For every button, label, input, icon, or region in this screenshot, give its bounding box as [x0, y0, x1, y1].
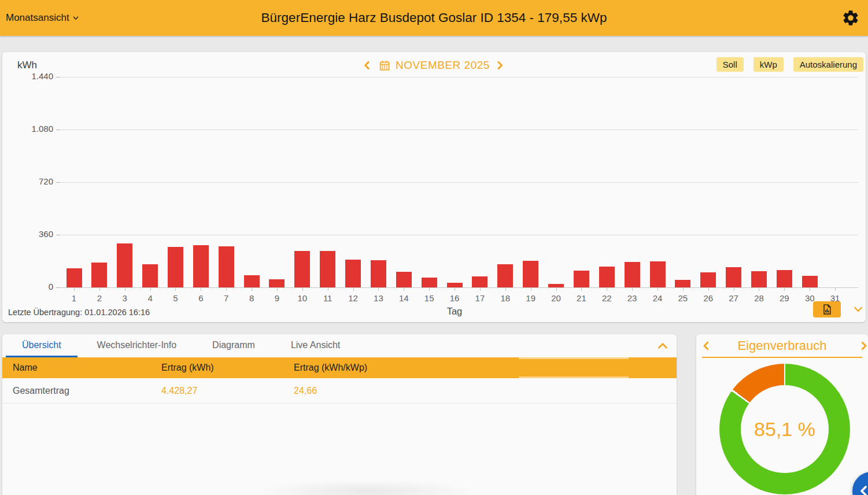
chevron-right-icon — [859, 339, 868, 352]
header-underline — [702, 357, 862, 358]
bar-day-8[interactable] — [244, 275, 260, 287]
bar-day-10[interactable] — [294, 251, 310, 287]
tab-diagramm[interactable]: Diagramm — [196, 334, 271, 357]
y-tick-label: 720 — [14, 176, 53, 186]
x-tick-label: 10 — [292, 293, 313, 303]
soll-button[interactable]: Soll — [716, 57, 744, 72]
y-tick-label: 1.080 — [14, 124, 53, 134]
y-axis-unit-label: kWh — [17, 60, 37, 71]
bar-day-9[interactable] — [269, 279, 285, 287]
x-tick-label: 9 — [267, 293, 287, 303]
topbar: Monatsansicht BürgerEnergie Harz Busdepo… — [0, 0, 868, 36]
next-month-button[interactable] — [495, 59, 507, 72]
bar-day-4[interactable] — [142, 264, 158, 287]
y-tick — [56, 130, 60, 130]
x-tick-label: 2 — [89, 293, 110, 303]
row-ertrag-kwh: 4.428,27 — [161, 378, 197, 403]
bar-day-11[interactable] — [320, 251, 335, 287]
bar-day-18[interactable] — [497, 264, 513, 287]
gridline — [60, 130, 858, 130]
tab-uebersicht[interactable]: Übersicht — [6, 334, 77, 357]
y-tick — [56, 235, 60, 235]
x-tick — [201, 287, 201, 291]
x-tick-label: 26 — [698, 293, 719, 303]
chevron-left-icon — [857, 484, 868, 495]
view-mode-label: Monatsansicht — [6, 12, 69, 24]
x-tick-label: 1 — [64, 293, 84, 303]
bar-day-26[interactable] — [700, 272, 716, 287]
x-tick-label: 20 — [546, 293, 567, 303]
y-tick-label: 1.440 — [14, 71, 53, 81]
previous-month-button[interactable] — [361, 59, 373, 72]
export-button[interactable] — [813, 301, 841, 317]
eigenverbrauch-title: Eigenverbrauch — [696, 334, 868, 357]
x-tick-label: 29 — [774, 293, 795, 303]
x-tick-label: 27 — [723, 293, 744, 303]
calendar-icon — [378, 60, 390, 72]
x-tick — [99, 287, 100, 291]
bar-day-13[interactable] — [371, 260, 386, 287]
tab-live-ansicht[interactable]: Live Ansicht — [275, 334, 356, 357]
export-file-icon — [821, 304, 833, 315]
bar-day-16[interactable] — [447, 283, 463, 287]
bar-day-14[interactable] — [396, 272, 412, 287]
collapse-chart-button[interactable] — [852, 304, 865, 315]
collapse-panel-button[interactable] — [656, 339, 670, 352]
donut-center: 85,1 % — [741, 385, 829, 473]
bar-day-2[interactable] — [91, 263, 107, 287]
x-tick — [455, 287, 455, 291]
x-tick — [531, 287, 531, 291]
page-title: BürgerEnergie Harz Busdepot Goslar ID 13… — [0, 10, 868, 25]
bar-day-29[interactable] — [777, 270, 792, 287]
bar-day-24[interactable] — [650, 261, 666, 287]
chart-toolbar: Soll kWp Autoskalierung — [716, 57, 863, 72]
panel-previous-button[interactable] — [701, 339, 712, 352]
bar-day-17[interactable] — [472, 276, 487, 287]
x-tick-label: 16 — [444, 293, 465, 303]
bar-day-15[interactable] — [422, 278, 437, 287]
x-tick-label: 23 — [622, 293, 642, 303]
bar-day-22[interactable] — [599, 267, 615, 287]
tab-wechselrichter-info[interactable]: Wechselrichter-Info — [81, 334, 193, 357]
gridline — [60, 182, 858, 183]
x-tick-label: 19 — [520, 293, 541, 303]
y-tick — [56, 287, 60, 288]
view-mode-selector[interactable]: Monatsansicht — [6, 12, 80, 24]
bar-day-28[interactable] — [751, 271, 767, 287]
x-tick-label: 5 — [165, 293, 186, 303]
row-ertrag-kwh-kwp: 24,66 — [294, 378, 317, 403]
bar-day-23[interactable] — [625, 262, 640, 287]
y-tick — [56, 182, 60, 183]
x-tick — [759, 287, 759, 291]
x-tick — [632, 287, 633, 291]
settings-button[interactable] — [840, 8, 861, 28]
bar-day-20[interactable] — [548, 284, 564, 287]
last-transmission-text: Letzte Übertragung: 01.01.2026 16:16 — [8, 308, 150, 317]
bar-day-12[interactable] — [345, 260, 361, 287]
bar-day-3[interactable] — [117, 243, 132, 287]
column-header-name: Name — [13, 357, 38, 378]
kwp-button[interactable]: kWp — [754, 57, 784, 72]
gridline — [60, 235, 858, 235]
bar-day-19[interactable] — [523, 261, 538, 287]
bar-day-1[interactable] — [67, 268, 82, 287]
current-month-label[interactable]: NOVEMBER 2025 — [396, 59, 490, 72]
table-row: Gesamtertrag 4.428,27 24,66 — [2, 378, 677, 404]
x-tick — [429, 287, 430, 291]
panel-next-button[interactable] — [859, 339, 868, 352]
bar-day-27[interactable] — [726, 267, 741, 287]
x-tick — [226, 287, 227, 291]
bar-day-30[interactable] — [802, 276, 818, 287]
bar-day-21[interactable] — [574, 271, 589, 287]
plot-area: Tag 03607201.0801.4401234567891011121314… — [60, 77, 858, 287]
x-tick — [683, 287, 684, 291]
x-tick-label: 11 — [317, 293, 338, 303]
bar-day-6[interactable] — [193, 245, 209, 287]
month-navigation: NOVEMBER 2025 — [361, 59, 507, 72]
chevron-left-icon — [701, 339, 711, 352]
autoscale-button[interactable]: Autoskalierung — [793, 57, 863, 72]
bottom-shadow — [245, 479, 488, 495]
bar-day-25[interactable] — [675, 280, 690, 287]
bar-day-7[interactable] — [219, 246, 234, 287]
bar-day-5[interactable] — [168, 247, 183, 287]
